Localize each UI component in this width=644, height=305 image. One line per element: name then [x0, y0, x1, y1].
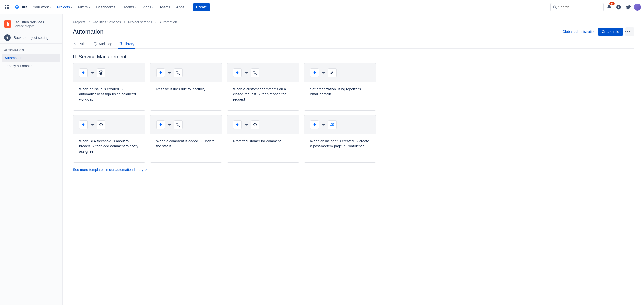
card-description: Set organization using reporter's email … [304, 82, 376, 110]
trigger-icon [156, 120, 165, 129]
svg-point-14 [627, 31, 628, 32]
search-field[interactable] [558, 5, 601, 9]
notifications-icon[interactable]: 9+ [605, 3, 613, 11]
check-circle-icon [94, 42, 97, 46]
svg-rect-2 [8, 5, 9, 6]
template-card[interactable]: When a customer comments on a closed req… [227, 63, 299, 111]
arrow-icon [90, 71, 94, 75]
trigger-icon [233, 68, 242, 77]
project-header[interactable]: Facilities Services Service project [2, 19, 60, 32]
nav-projects[interactable]: Projects▾ [54, 3, 75, 11]
svg-rect-5 [8, 7, 9, 8]
back-arrow-icon [4, 34, 11, 41]
jira-logo[interactable]: Jira [12, 4, 30, 10]
action-icon [97, 120, 105, 129]
create-rule-button[interactable]: Create rule [598, 28, 623, 36]
nav-apps[interactable]: Apps▾ [174, 3, 189, 11]
svg-point-25 [179, 125, 180, 126]
svg-point-23 [256, 73, 257, 74]
project-name: Facilities Services [14, 20, 44, 24]
arrow-icon [321, 123, 325, 127]
global-admin-link[interactable]: Global administration [562, 30, 596, 34]
project-type: Service project [14, 24, 44, 28]
nav-assets[interactable]: Assets [157, 3, 173, 11]
notification-badge: 9+ [609, 2, 615, 5]
create-button[interactable]: Create [193, 3, 210, 11]
sidebar-item-legacy[interactable]: Legacy automation [2, 62, 60, 70]
trigger-icon [79, 68, 88, 77]
template-card[interactable]: Set organization using reporter's email … [304, 63, 376, 111]
svg-rect-8 [8, 8, 9, 9]
breadcrumb-settings[interactable]: Project settings [128, 20, 152, 24]
action-icon [251, 120, 259, 129]
template-card[interactable]: When an incident is created → create a p… [304, 115, 376, 163]
svg-rect-4 [7, 7, 8, 8]
arrow-icon [244, 71, 248, 75]
template-card[interactable]: Prompt customer for comment [227, 115, 299, 163]
breadcrumb-projects[interactable]: Projects [73, 20, 86, 24]
sidebar-item-automation[interactable]: Automation [2, 54, 60, 62]
svg-point-20 [176, 71, 177, 72]
svg-rect-3 [5, 7, 6, 8]
svg-point-22 [253, 71, 255, 72]
card-description: When an incident is created → create a p… [304, 134, 376, 162]
app-switcher-icon[interactable] [3, 3, 11, 11]
more-icon [625, 31, 630, 32]
svg-point-21 [179, 73, 180, 74]
tab-audit-log[interactable]: Audit log [93, 40, 113, 48]
card-description: When SLA threshold is about to breach → … [73, 134, 145, 162]
card-description: Resolve issues due to inactivity [150, 82, 222, 110]
breadcrumb: Projects/ Facilities Services/ Project s… [73, 20, 634, 24]
svg-point-24 [176, 123, 177, 124]
arrow-icon [90, 123, 94, 127]
card-description: When an issue is created → automatically… [73, 82, 145, 110]
svg-rect-17 [119, 43, 121, 45]
nav-teams[interactable]: Teams▾ [121, 3, 139, 11]
more-actions-button[interactable] [625, 27, 634, 36]
trigger-icon [79, 120, 88, 129]
card-grid: When an issue is created → automatically… [73, 63, 376, 163]
action-icon [328, 68, 337, 77]
nav-filters[interactable]: Filters▾ [76, 3, 93, 11]
back-to-settings[interactable]: Back to project settings [0, 32, 62, 44]
action-icon [174, 120, 183, 129]
svg-point-13 [625, 31, 626, 32]
arrow-icon [321, 71, 325, 75]
back-label: Back to project settings [14, 36, 50, 40]
settings-icon[interactable] [624, 3, 632, 11]
card-description: Prompt customer for comment [227, 134, 299, 162]
svg-point-19 [100, 72, 102, 73]
template-card[interactable]: When an issue is created → automatically… [73, 63, 145, 111]
breadcrumb-facilities[interactable]: Facilities Services [93, 20, 121, 24]
template-card[interactable]: When SLA threshold is about to breach → … [73, 115, 145, 163]
arrow-icon [167, 123, 171, 127]
action-icon [251, 68, 259, 77]
arrow-icon [167, 71, 171, 75]
nav-plans[interactable]: Plans▾ [140, 3, 156, 11]
trigger-icon [310, 120, 319, 129]
card-description: When a comment is added → update the sta… [150, 134, 222, 162]
svg-line-10 [556, 8, 557, 9]
nav-your-work[interactable]: Your work▾ [31, 3, 54, 11]
page-title: Automation [73, 28, 103, 35]
breadcrumb-automation[interactable]: Automation [159, 20, 177, 24]
svg-rect-1 [7, 5, 8, 6]
action-icon [174, 68, 183, 77]
search-input[interactable] [550, 3, 604, 11]
avatar[interactable] [634, 4, 641, 11]
sidebar: Facilities Services Service project Back… [0, 14, 63, 305]
arrow-icon [244, 123, 248, 127]
search-icon [553, 5, 557, 9]
template-card[interactable]: Resolve issues due to inactivity [150, 63, 223, 111]
card-description: When a customer comments on a closed req… [227, 82, 299, 110]
svg-point-9 [553, 6, 556, 8]
tab-library[interactable]: Library [118, 40, 135, 48]
template-card[interactable]: When a comment is added → update the sta… [150, 115, 223, 163]
trigger-icon [233, 120, 242, 129]
tabs: Rules Audit log Library [73, 40, 634, 49]
help-icon[interactable]: ? [615, 3, 623, 11]
nav-dashboards[interactable]: Dashboards▾ [94, 3, 120, 11]
see-more-link[interactable]: See more templates in our automation lib… [73, 168, 634, 172]
tab-rules[interactable]: Rules [73, 40, 88, 48]
svg-rect-0 [5, 5, 6, 6]
